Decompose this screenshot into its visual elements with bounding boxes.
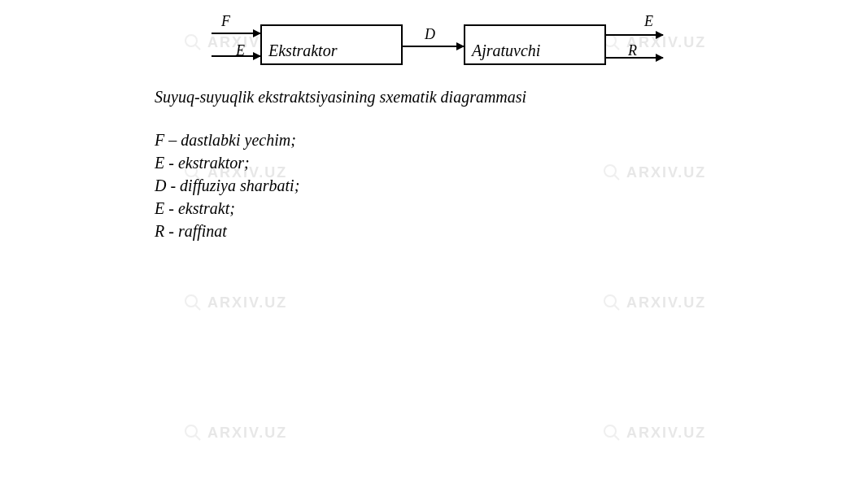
magnifier-icon bbox=[183, 423, 203, 442]
watermark-text: ARXIV.UZ bbox=[207, 294, 287, 312]
diagram-caption: Suyuq-suyuqlik ekstraktsiyasining sxemat… bbox=[155, 88, 526, 107]
block-separator-label: Ajratuvchi bbox=[472, 41, 540, 60]
arrow-e-output bbox=[606, 34, 663, 36]
magnifier-icon bbox=[602, 423, 622, 442]
watermark-text: ARXIV.UZ bbox=[626, 425, 706, 442]
legend-line-e2: E - ekstrakt; bbox=[155, 197, 299, 220]
watermark: ARXIV.UZ bbox=[183, 293, 287, 312]
svg-line-9 bbox=[195, 305, 200, 310]
block-extractor-label: Ekstraktor bbox=[268, 41, 337, 60]
svg-point-12 bbox=[185, 425, 197, 437]
flow-diagram: Ekstraktor Ajratuvchi F E D E R bbox=[163, 16, 708, 73]
flow-label-f: F bbox=[221, 13, 230, 30]
magnifier-icon bbox=[183, 293, 203, 312]
legend-line-r: R - raffinat bbox=[155, 220, 299, 242]
svg-point-14 bbox=[604, 425, 616, 437]
magnifier-icon bbox=[602, 163, 622, 182]
legend-line-f: F – dastlabki yechim; bbox=[155, 129, 299, 151]
watermark: ARXIV.UZ bbox=[183, 423, 287, 442]
flow-label-e-out: E bbox=[644, 13, 653, 30]
watermark: ARXIV.UZ bbox=[602, 293, 706, 312]
block-extractor: Ekstraktor bbox=[260, 24, 403, 65]
arrow-f bbox=[212, 33, 260, 34]
svg-point-6 bbox=[604, 165, 616, 176]
flow-label-d: D bbox=[425, 26, 435, 43]
flow-label-e-in: E bbox=[236, 42, 245, 59]
svg-point-10 bbox=[604, 295, 616, 307]
watermark: ARXIV.UZ bbox=[602, 423, 706, 442]
watermark-text: ARXIV.UZ bbox=[626, 164, 706, 181]
flow-label-r: R bbox=[628, 42, 637, 59]
block-separator: Ajratuvchi bbox=[464, 24, 606, 65]
watermark-text: ARXIV.UZ bbox=[207, 425, 287, 442]
watermark-text: ARXIV.UZ bbox=[626, 294, 706, 312]
svg-point-8 bbox=[185, 295, 197, 307]
svg-line-15 bbox=[614, 435, 619, 440]
legend-line-d: D - diffuziya sharbati; bbox=[155, 174, 299, 197]
legend: F – dastlabki yechim; E - ekstraktor; D … bbox=[155, 129, 299, 242]
svg-line-13 bbox=[195, 435, 200, 440]
svg-line-7 bbox=[614, 175, 619, 180]
magnifier-icon bbox=[602, 293, 622, 312]
watermark: ARXIV.UZ bbox=[602, 163, 706, 182]
arrow-d bbox=[403, 46, 464, 47]
svg-line-11 bbox=[614, 305, 619, 310]
legend-line-e1: E - ekstraktor; bbox=[155, 151, 299, 174]
